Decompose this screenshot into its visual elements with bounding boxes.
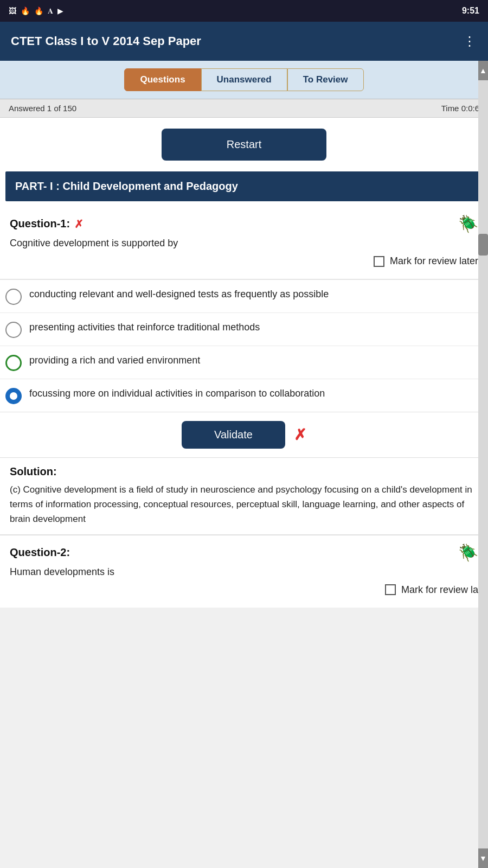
question-2-text: Human developments is: [10, 566, 478, 578]
question-1-label: Question-1:: [10, 218, 70, 230]
mark-review-label-2: Mark for review la: [401, 584, 478, 596]
option-1b[interactable]: presenting activities that reinforce tra…: [0, 312, 488, 346]
question-2-block: Question-2: 🪲 Human developments is Mark…: [0, 534, 488, 608]
solution-text: (c) Cognitive development is a field of …: [10, 482, 478, 527]
radio-1b[interactable]: [5, 322, 22, 338]
solution-block: Solution: (c) Cognitive development is a…: [0, 457, 488, 534]
mark-review-checkbox-2[interactable]: [385, 584, 396, 595]
scroll-up-button[interactable]: ▲: [478, 61, 488, 80]
mark-review-row-2: Mark for review la: [10, 584, 478, 596]
validate-row: Validate ✗: [0, 412, 488, 457]
option-1b-text: presenting activities that reinforce tra…: [29, 321, 260, 334]
option-1c-text: providing a rich and varied environment: [29, 354, 200, 367]
status-icons: 🖼 🔥 🔥 𝐀 ▶: [9, 7, 63, 16]
option-1c[interactable]: providing a rich and varied environment: [0, 346, 488, 379]
wrong-mark-1: ✗: [74, 218, 84, 231]
option-1a[interactable]: conducting relevant and well-designed te…: [0, 279, 488, 312]
main-content: Restart PART- I : Child Development and …: [0, 118, 488, 608]
timer: Time 0:0:6: [441, 104, 479, 113]
app-title: CTET Class I to V 2014 Sep Paper: [11, 34, 201, 48]
solution-title: Solution:: [10, 465, 478, 478]
question-1-block: Question-1: ✗ 🪲 Cognitive development is…: [0, 207, 488, 279]
question-1-header: Question-1: ✗ 🪲: [10, 214, 478, 233]
tab-bar: Questions Unanswered To Review: [0, 61, 488, 99]
image-icon: 🖼: [9, 7, 16, 15]
tab-questions[interactable]: Questions: [124, 68, 201, 91]
scroll-track[interactable]: [478, 80, 488, 848]
scroll-thumb[interactable]: [478, 234, 488, 256]
question-2-header: Question-2: 🪲: [10, 543, 478, 562]
section-header: PART- I : Child Development and Pedagogy: [5, 171, 483, 201]
font-icon: 𝐀: [48, 7, 53, 16]
scrollbar[interactable]: ▲ ▼: [478, 61, 488, 868]
validate-button[interactable]: Validate: [182, 421, 285, 449]
validate-wrong-icon: ✗: [294, 426, 306, 444]
status-bar: 🖼 🔥 🔥 𝐀 ▶ 9:51: [0, 0, 488, 22]
answered-count: Answered 1 of 150: [9, 104, 76, 113]
restart-button[interactable]: Restart: [162, 129, 326, 161]
question-2-title: Question-2:: [10, 546, 70, 559]
bug-icon-2[interactable]: 🪲: [458, 543, 478, 562]
question-1-title: Question-1: ✗: [10, 218, 84, 231]
option-1a-text: conducting relevant and well-designed te…: [29, 288, 329, 301]
app-bar: CTET Class I to V 2014 Sep Paper ⋮: [0, 22, 488, 61]
flame2-icon: 🔥: [34, 7, 43, 15]
tab-unanswered[interactable]: Unanswered: [201, 68, 287, 91]
option-1d[interactable]: focussing more on individual activities …: [0, 379, 488, 412]
radio-1d[interactable]: [5, 388, 22, 404]
option-1d-text: focussing more on individual activities …: [29, 387, 325, 400]
mark-review-row-1: Mark for review later: [10, 256, 478, 267]
radio-1c[interactable]: [5, 355, 22, 371]
mark-review-checkbox-1[interactable]: [374, 256, 384, 267]
play-icon: ▶: [57, 7, 63, 15]
bug-icon-1[interactable]: 🪲: [458, 214, 478, 233]
status-time: 9:51: [462, 6, 479, 16]
tab-toreview[interactable]: To Review: [287, 68, 364, 91]
question-2-label: Question-2:: [10, 546, 70, 559]
radio-1a[interactable]: [5, 289, 22, 305]
progress-bar: Answered 1 of 150 Time 0:0:6: [0, 99, 488, 118]
scroll-down-button[interactable]: ▼: [478, 848, 488, 868]
menu-button[interactable]: ⋮: [463, 34, 477, 49]
radio-1d-inner: [10, 392, 17, 400]
mark-review-label-1: Mark for review later: [390, 256, 478, 267]
question-1-text: Cognitive development is supported by: [10, 238, 478, 249]
flame-icon: 🔥: [21, 7, 30, 15]
restart-container: Restart: [0, 118, 488, 171]
